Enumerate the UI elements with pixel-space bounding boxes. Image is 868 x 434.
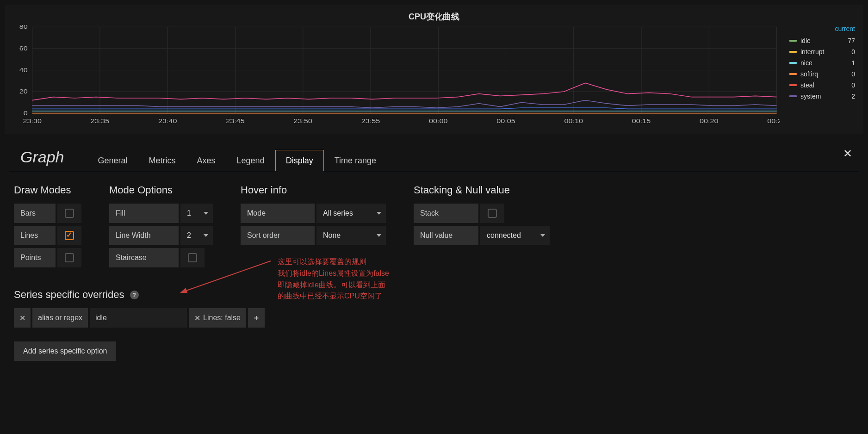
legend-value: 77 [848, 37, 855, 44]
stacking-heading: Stacking & Null value [414, 184, 550, 196]
chevron-down-icon [377, 234, 381, 237]
svg-text:23:35: 23:35 [91, 117, 109, 124]
svg-text:00:15: 00:15 [632, 117, 651, 124]
null-value-select[interactable]: connected [480, 226, 550, 245]
svg-text:0: 0 [24, 109, 28, 116]
svg-text:00:20: 00:20 [700, 117, 718, 124]
points-label: Points [14, 248, 56, 267]
chevron-down-icon [377, 212, 381, 215]
legend-value: 0 [851, 48, 855, 56]
legend-swatch [789, 73, 797, 75]
legend-value: 2 [851, 93, 855, 100]
fill-label: Fill [109, 204, 179, 223]
section-mode-options: Mode Options Fill 1 Line Width 2 Stairca… [109, 184, 213, 270]
legend-name: nice [800, 59, 851, 67]
svg-text:23:55: 23:55 [361, 117, 380, 124]
mode-options-heading: Mode Options [109, 184, 213, 196]
svg-text:00:25: 00:25 [767, 117, 780, 124]
panel-title: CPU变化曲线 [5, 5, 863, 25]
svg-text:00:05: 00:05 [496, 117, 515, 124]
section-stacking: Stacking & Null value Stack Null value c… [414, 184, 550, 270]
svg-text:23:30: 23:30 [23, 117, 42, 124]
svg-text:20: 20 [19, 87, 28, 94]
tab-general[interactable]: General [87, 150, 138, 171]
hover-mode-select[interactable]: All series [316, 204, 386, 223]
legend-item[interactable]: system2 [789, 91, 859, 102]
tab-axes[interactable]: Axes [186, 150, 226, 171]
svg-text:23:50: 23:50 [294, 117, 312, 124]
fill-select[interactable]: 1 [180, 204, 213, 223]
legend-swatch [789, 84, 797, 86]
hover-info-heading: Hover info [241, 184, 386, 196]
svg-text:80: 80 [19, 25, 28, 30]
legend-item[interactable]: interrupt0 [789, 46, 859, 57]
legend-name: interrupt [800, 48, 851, 56]
legend-swatch [789, 95, 797, 97]
stack-checkbox[interactable] [480, 204, 504, 223]
legend-value: 0 [851, 70, 855, 78]
chart-panel: CPU变化曲线 02040608023:3023:3523:4023:4523:… [5, 5, 863, 134]
draw-modes-heading: Draw Modes [14, 184, 81, 196]
legend-swatch [789, 62, 797, 64]
overrides-heading: Series specific overrides ? [14, 289, 854, 301]
legend-header: current [789, 25, 859, 32]
annotation-text: 这里可以选择要覆盖的规则 我们将idle的Lines属性设置为false 即隐藏… [278, 256, 389, 302]
svg-text:00:00: 00:00 [429, 117, 447, 124]
alias-input[interactable] [90, 308, 187, 328]
add-override-property-button[interactable]: ＋ [248, 308, 265, 328]
chevron-down-icon [540, 234, 545, 237]
chevron-down-icon [204, 234, 208, 237]
staircase-label: Staircase [109, 248, 179, 267]
legend-swatch [789, 40, 797, 42]
legend-swatch [789, 51, 797, 53]
section-draw-modes: Draw Modes Bars Lines Points [14, 184, 81, 270]
bars-checkbox[interactable] [57, 204, 81, 223]
hover-mode-label: Mode [241, 204, 315, 223]
legend-name: idle [800, 37, 848, 44]
section-overrides: Series specific overrides ? ✕ alias or r… [9, 289, 859, 361]
line-width-select[interactable]: 2 [180, 226, 213, 245]
help-icon[interactable]: ? [130, 291, 139, 299]
null-value-label: Null value [414, 226, 478, 245]
tab-display[interactable]: Display [275, 150, 324, 171]
sort-order-select[interactable]: None [316, 226, 386, 245]
svg-text:23:40: 23:40 [158, 117, 177, 124]
legend-value: 0 [851, 81, 855, 89]
legend-item[interactable]: softirq0 [789, 68, 859, 80]
svg-text:00:10: 00:10 [564, 117, 583, 124]
lines-label: Lines [14, 226, 56, 245]
add-series-override-button[interactable]: Add series specific option [14, 341, 116, 361]
points-checkbox[interactable] [57, 248, 81, 267]
tab-time-range[interactable]: Time range [324, 150, 387, 171]
legend-value: 1 [851, 59, 855, 67]
legend-name: system [800, 93, 851, 100]
legend-name: softirq [800, 70, 851, 78]
override-property[interactable]: ✕Lines: false [189, 308, 246, 328]
legend-item[interactable]: steal0 [789, 80, 859, 91]
close-icon[interactable]: ✕ [843, 147, 852, 160]
remove-override-button[interactable]: ✕ [14, 308, 31, 328]
tab-legend[interactable]: Legend [226, 150, 275, 171]
legend-item[interactable]: idle77 [789, 35, 859, 46]
svg-text:60: 60 [19, 44, 28, 51]
staircase-checkbox[interactable] [180, 248, 205, 267]
stack-label: Stack [414, 204, 478, 223]
svg-text:40: 40 [19, 66, 28, 73]
legend: current idle77interrupt0nice1softirq0ste… [780, 25, 859, 127]
sort-order-label: Sort order [241, 226, 315, 245]
legend-item[interactable]: nice1 [789, 57, 859, 68]
panel-type-label: Graph [9, 148, 87, 171]
bars-label: Bars [14, 204, 56, 223]
editor-pane: ✕ Graph General Metrics Axes Legend Disp… [5, 139, 863, 379]
line-width-label: Line Width [109, 226, 179, 245]
alias-label: alias or regex [32, 308, 88, 328]
chart-canvas[interactable]: 02040608023:3023:3523:4023:4523:5023:550… [9, 25, 780, 127]
lines-checkbox[interactable] [57, 226, 81, 245]
svg-text:23:45: 23:45 [226, 117, 244, 124]
chevron-down-icon [204, 212, 208, 215]
tab-metrics[interactable]: Metrics [138, 150, 186, 171]
legend-name: steal [800, 81, 851, 89]
